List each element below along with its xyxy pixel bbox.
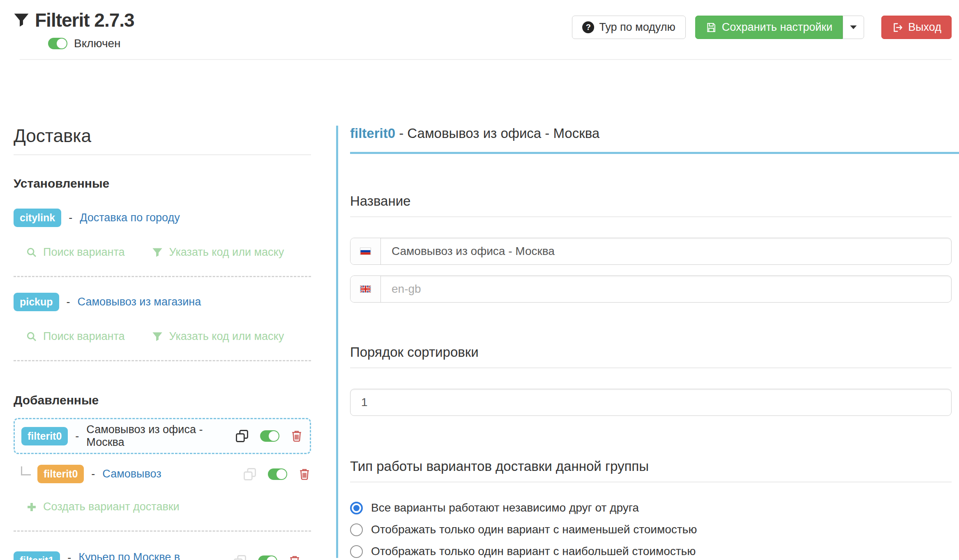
added-heading: Добавленные xyxy=(14,393,311,407)
enabled-toggle[interactable] xyxy=(258,555,277,560)
funnel-icon xyxy=(152,331,163,342)
search-variant-link[interactable]: Поиск варианта xyxy=(26,330,124,343)
page-title: Filterit 2.7.3 xyxy=(35,9,134,31)
plus-icon xyxy=(26,501,37,513)
dash-separator: - xyxy=(69,211,72,224)
panel-header: filterit0 - Самовывоз из офиса - Москва xyxy=(350,126,959,154)
save-settings-button[interactable]: Сохранить настройки xyxy=(695,16,843,39)
delivery-section-title: Доставка xyxy=(14,126,311,155)
copy-icon[interactable] xyxy=(233,554,247,560)
added-variant-row: filterit0 - Самовывоз xyxy=(21,465,311,483)
variant-code-badge[interactable]: filterit0 xyxy=(37,465,84,483)
module-enabled-toggle[interactable] xyxy=(48,38,67,49)
radio-unselected-icon[interactable] xyxy=(350,545,363,558)
funnel-icon xyxy=(14,12,29,28)
name-section-heading: Название xyxy=(350,193,952,217)
dash-separator: - xyxy=(91,468,95,480)
dashed-divider xyxy=(14,276,311,277)
installed-delivery-link[interactable]: Самовывоз из магазина xyxy=(78,296,201,308)
save-dropdown-caret-button[interactable] xyxy=(843,16,864,39)
header-divider xyxy=(20,59,952,60)
radio-unselected-icon[interactable] xyxy=(350,523,363,536)
tour-button[interactable]: ? Тур по модулю xyxy=(572,16,685,39)
trash-icon[interactable] xyxy=(298,468,311,481)
delivery-list-panel: Доставка Установленные citylink - Достав… xyxy=(14,126,311,560)
sort-section-heading: Порядок сортировки xyxy=(350,344,952,368)
group-name-link[interactable]: Курьер по Москве в пределах МКАД xyxy=(78,551,224,560)
work-type-option-lowest-cost[interactable]: Отображать только один вариант с наимень… xyxy=(350,523,952,536)
tree-connector-icon xyxy=(21,466,31,475)
work-type-option-independent[interactable]: Все варианты работают независимо друг от… xyxy=(350,501,952,514)
added-group-row-selected[interactable]: filterit0 - Самовывоз из офиса - Москва xyxy=(14,418,311,454)
installed-row-pickup: pickup - Самовывоз из магазина xyxy=(14,293,311,311)
enabled-toggle[interactable] xyxy=(260,430,279,442)
logout-button[interactable]: Выход xyxy=(881,16,952,39)
dash-separator: - xyxy=(67,551,71,560)
dash-separator: - xyxy=(75,430,79,443)
save-icon xyxy=(705,22,717,33)
delivery-code-badge[interactable]: citylink xyxy=(14,209,61,227)
work-type-section-heading: Тип работы вариантов доставки данной гру… xyxy=(350,459,952,482)
radio-selected-icon[interactable] xyxy=(350,502,363,514)
language-addon xyxy=(350,276,381,302)
question-circle-icon: ? xyxy=(582,21,594,33)
group-name[interactable]: Самовывоз из офиса - Москва xyxy=(86,423,226,449)
dashed-divider xyxy=(14,530,311,532)
trash-icon[interactable] xyxy=(288,555,301,560)
sort-order-input[interactable] xyxy=(350,389,951,415)
funnel-icon xyxy=(152,247,163,258)
name-input-group-ru xyxy=(350,238,952,265)
name-input-en[interactable] xyxy=(381,276,951,302)
panel-header-title: - Самовывоз из офиса - Москва xyxy=(399,126,599,141)
work-type-option-highest-cost[interactable]: Отображать только один вариант с наиболь… xyxy=(350,545,952,558)
copy-icon[interactable] xyxy=(242,467,257,482)
installed-delivery-link[interactable]: Доставка по городу xyxy=(80,211,180,224)
name-input-group-en xyxy=(350,275,952,303)
search-icon xyxy=(26,331,37,342)
caret-down-icon xyxy=(850,25,857,29)
module-enabled-label: Включен xyxy=(74,37,121,50)
group-code-badge[interactable]: filterit0 xyxy=(21,427,68,445)
sort-order-input-group xyxy=(350,389,952,416)
delivery-code-badge[interactable]: pickup xyxy=(14,293,59,311)
ru-flag-icon xyxy=(360,248,371,255)
added-group-row[interactable]: filterit1 - Курьер по Москве в пределах … xyxy=(14,551,311,560)
topbar: Filterit 2.7.3 Включен ? Тур по модулю С… xyxy=(0,0,959,60)
search-icon xyxy=(26,247,37,258)
gb-flag-icon xyxy=(360,285,371,293)
dash-separator: - xyxy=(67,296,70,308)
work-type-radio-group: Все варианты работают независимо друг от… xyxy=(350,501,952,558)
installed-heading: Установленные xyxy=(14,177,311,190)
set-code-mask-link[interactable]: Указать код или маску xyxy=(152,330,284,343)
set-code-mask-link[interactable]: Указать код или маску xyxy=(152,246,284,259)
language-addon xyxy=(350,238,381,264)
copy-icon[interactable] xyxy=(235,429,249,443)
search-variant-link[interactable]: Поиск варианта xyxy=(26,246,124,259)
trash-icon[interactable] xyxy=(290,429,303,443)
sign-out-icon xyxy=(892,22,903,33)
name-input-ru[interactable] xyxy=(381,238,951,264)
installed-row-citylink: citylink - Доставка по городу xyxy=(14,209,311,227)
enabled-toggle[interactable] xyxy=(268,468,287,480)
dashed-divider xyxy=(14,360,311,361)
group-code-badge[interactable]: filterit1 xyxy=(14,551,60,560)
group-settings-panel: filterit0 - Самовывоз из офиса - Москва … xyxy=(336,126,959,558)
variant-name-link[interactable]: Самовывоз xyxy=(102,468,234,480)
create-variant-link[interactable]: Создать вариант доставки xyxy=(26,500,180,513)
panel-header-code: filterit0 xyxy=(350,126,395,141)
